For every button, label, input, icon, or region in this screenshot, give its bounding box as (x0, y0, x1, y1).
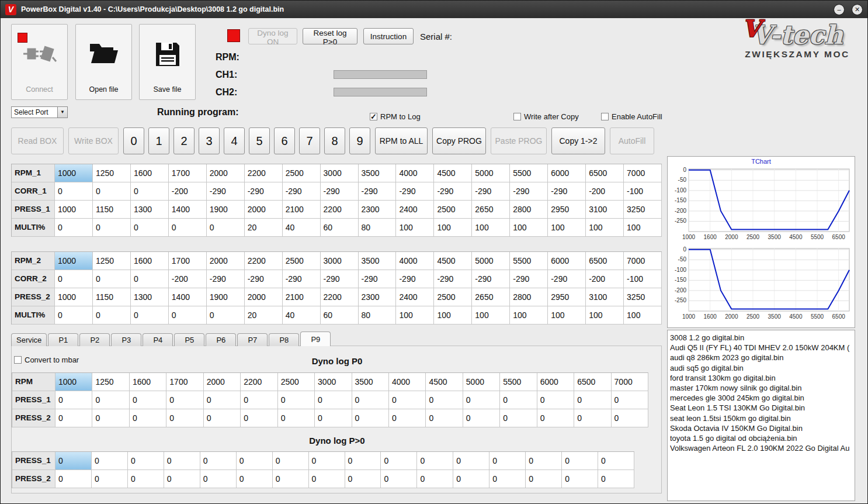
table-cell[interactable]: 4500 (434, 252, 472, 270)
write-after-copy-checkbox[interactable]: Write after Copy (513, 112, 579, 121)
table-cell[interactable]: 0 (92, 470, 128, 488)
table-cell[interactable]: 60 (321, 306, 359, 325)
table-cell[interactable]: -290 (472, 270, 510, 288)
table-cell[interactable]: 0 (130, 409, 166, 427)
digit-button-2[interactable]: 2 (173, 127, 195, 154)
table-cell[interactable]: 0 (92, 391, 129, 409)
enable-autofill-checkbox[interactable]: Enable AutoFill (601, 112, 662, 121)
table-cell[interactable]: 0 (55, 452, 92, 470)
table-cell[interactable]: 0 (345, 470, 381, 488)
table-cell[interactable]: -290 (359, 270, 397, 288)
table-cell[interactable]: 3500 (359, 252, 397, 270)
table-cell[interactable]: 0 (200, 470, 237, 488)
table-cell[interactable]: 0 (55, 306, 93, 325)
table-cell[interactable]: -290 (283, 270, 321, 288)
tab-p7[interactable]: P7 (237, 333, 268, 346)
digit-button-4[interactable]: 4 (224, 127, 245, 154)
table-cell[interactable]: 0 (55, 182, 93, 201)
dyno-log-on-button[interactable]: Dyno log ON (248, 28, 297, 44)
tab-p4[interactable]: P4 (143, 333, 173, 346)
table-cell[interactable]: 1600 (131, 164, 169, 182)
table-cell[interactable]: 100 (472, 219, 510, 237)
table-cell[interactable]: 0 (612, 409, 648, 427)
table-cell[interactable]: 0 (207, 219, 245, 237)
table-cell[interactable]: 1250 (93, 252, 131, 270)
table-cell[interactable]: 0 (241, 409, 277, 427)
paste-prog-button[interactable]: Paste PROG (491, 127, 547, 154)
table-cell[interactable]: 2200 (241, 373, 277, 391)
table-cell[interactable]: 100 (624, 306, 662, 325)
table-cell[interactable]: 100 (548, 219, 586, 237)
read-box-button[interactable]: Read BOX (11, 127, 64, 154)
table-cell[interactable]: 2200 (245, 252, 283, 270)
table-cell[interactable]: 0 (500, 391, 537, 409)
table-cell[interactable]: 100 (510, 306, 548, 325)
table-cell[interactable]: 0 (128, 452, 164, 470)
save-file-button[interactable]: Save file (139, 24, 196, 100)
table-cell[interactable]: 0 (526, 470, 562, 488)
table-cell[interactable]: 0 (131, 270, 169, 288)
table-cell[interactable]: 0 (169, 219, 207, 237)
table-cell[interactable]: 0 (352, 409, 389, 427)
table-cell[interactable]: 1700 (169, 164, 207, 182)
table-cell[interactable]: 0 (131, 306, 169, 325)
table-cell[interactable]: 1600 (130, 373, 166, 391)
copy-prog-button[interactable]: Copy PROG (432, 127, 486, 154)
table-cell[interactable]: 2300 (359, 201, 397, 219)
digit-button-6[interactable]: 6 (274, 127, 295, 154)
table-cell[interactable]: 1700 (169, 252, 207, 270)
table-cell[interactable]: 0 (426, 391, 463, 409)
table-cell[interactable]: -290 (510, 182, 548, 201)
table-cell[interactable]: 0 (309, 470, 345, 488)
table-cell[interactable]: 2500 (434, 201, 472, 219)
table-cell[interactable]: 0 (128, 470, 164, 488)
table-cell[interactable]: 40 (283, 219, 321, 237)
table-cell[interactable]: -290 (321, 182, 359, 201)
table-cell[interactable]: 2500 (434, 288, 472, 306)
table-cell[interactable]: 2650 (472, 201, 510, 219)
table-cell[interactable]: 1400 (169, 201, 207, 219)
table-cell[interactable]: 0 (55, 409, 92, 427)
table-cell[interactable]: 0 (562, 452, 598, 470)
table-cell[interactable]: 0 (166, 409, 203, 427)
table-cell[interactable]: -200 (169, 182, 207, 201)
table-cell[interactable]: 2650 (472, 288, 510, 306)
tab-p8[interactable]: P8 (269, 333, 299, 346)
table-cell[interactable]: 0 (164, 452, 200, 470)
rpm-to-all-button[interactable]: RPM to ALL (375, 127, 428, 154)
table-cell[interactable]: 3100 (586, 288, 624, 306)
table-cell[interactable]: 100 (586, 306, 624, 325)
table-cell[interactable]: 20 (245, 306, 283, 325)
table-cell[interactable]: 2800 (510, 201, 548, 219)
table-cell[interactable]: 0 (315, 409, 352, 427)
table-cell[interactable]: 2100 (283, 201, 321, 219)
table-cell[interactable]: 2000 (245, 288, 283, 306)
tab-p5[interactable]: P5 (174, 333, 204, 346)
table-cell[interactable]: 2000 (204, 373, 241, 391)
table-cell[interactable]: 100 (548, 306, 586, 325)
table-cell[interactable]: 0 (598, 452, 634, 470)
table-cell[interactable]: 0 (389, 409, 426, 427)
table-cell[interactable]: 0 (207, 306, 245, 325)
table-cell[interactable]: 4000 (389, 373, 426, 391)
digit-button-8[interactable]: 8 (324, 127, 345, 154)
table-cell[interactable]: 0 (345, 452, 381, 470)
table-cell[interactable]: -290 (396, 270, 434, 288)
table-cell[interactable]: 5500 (510, 164, 548, 182)
chevron-down-icon[interactable]: ▼ (57, 107, 67, 118)
table-cell[interactable]: 2200 (321, 201, 359, 219)
table-cell[interactable]: 3500 (359, 164, 397, 182)
table-cell[interactable]: 6500 (586, 164, 624, 182)
table-cell[interactable]: -290 (548, 270, 586, 288)
table-cell[interactable]: 1400 (169, 288, 207, 306)
tab-p9[interactable]: P9 (300, 332, 331, 346)
table-cell[interactable]: 0 (166, 391, 203, 409)
table-cell[interactable]: 2800 (510, 288, 548, 306)
table-cell[interactable]: 2000 (207, 252, 245, 270)
table-cell[interactable]: 2500 (278, 373, 315, 391)
table-cell[interactable]: 40 (283, 306, 321, 325)
table-cell[interactable]: 80 (359, 306, 397, 325)
table-cell[interactable]: 0 (237, 470, 273, 488)
table-cell[interactable]: 5000 (463, 373, 500, 391)
table-cell[interactable]: 100 (510, 219, 548, 237)
